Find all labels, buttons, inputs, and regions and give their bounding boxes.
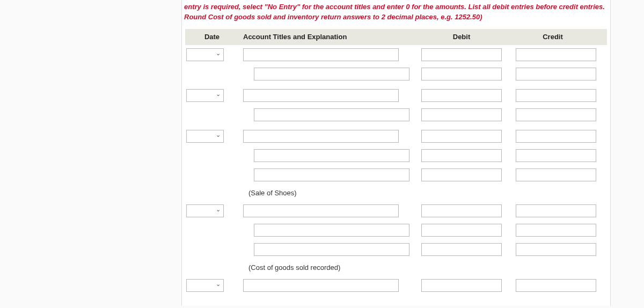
account-input[interactable]: [243, 48, 399, 61]
date-select[interactable]: [186, 48, 224, 61]
credit-input[interactable]: [516, 279, 596, 292]
header-date: Date: [185, 33, 239, 41]
account-input[interactable]: [254, 149, 409, 162]
table-row: [185, 221, 607, 240]
debit-input[interactable]: [421, 89, 502, 102]
debit-input[interactable]: [421, 108, 502, 121]
account-input[interactable]: [254, 224, 409, 237]
entry-note: (Cost of goods sold recorded): [185, 259, 607, 276]
account-input[interactable]: [254, 168, 409, 181]
account-input[interactable]: [243, 130, 399, 143]
account-input[interactable]: [254, 108, 409, 121]
entry-note: (Sale of Shoes): [185, 185, 607, 201]
table-header: Date Account Titles and Explanation Debi…: [185, 29, 607, 45]
table-row: [185, 45, 607, 64]
credit-input[interactable]: [516, 149, 596, 162]
debit-input[interactable]: [421, 168, 502, 181]
table-row: [185, 146, 607, 165]
account-input[interactable]: [243, 204, 399, 217]
credit-input[interactable]: [516, 89, 596, 102]
table-row: [185, 64, 607, 84]
table-row: [185, 201, 607, 221]
credit-input[interactable]: [516, 68, 596, 80]
credit-input[interactable]: [516, 204, 596, 217]
debit-input[interactable]: [421, 68, 502, 80]
credit-input[interactable]: [516, 168, 596, 181]
debit-input[interactable]: [421, 204, 502, 217]
header-credit: Credit: [507, 33, 598, 41]
date-select[interactable]: [186, 130, 224, 143]
debit-input[interactable]: [421, 48, 502, 61]
table-row: [185, 127, 607, 146]
table-row: [185, 105, 607, 124]
date-select[interactable]: [186, 204, 224, 217]
header-debit: Debit: [416, 33, 507, 41]
date-select[interactable]: [186, 279, 224, 292]
table-row: [185, 165, 607, 185]
debit-input[interactable]: [421, 130, 502, 143]
date-select[interactable]: [186, 89, 224, 102]
credit-input[interactable]: [516, 130, 596, 143]
debit-input[interactable]: [421, 279, 502, 292]
credit-input[interactable]: [516, 224, 596, 237]
credit-input[interactable]: [516, 48, 596, 61]
header-account: Account Titles and Explanation: [239, 33, 416, 41]
journal-entry-form: entry is required, select "No Entry" for…: [181, 0, 611, 306]
account-input[interactable]: [254, 68, 409, 80]
debit-input[interactable]: [421, 224, 502, 237]
account-input[interactable]: [243, 279, 399, 292]
credit-input[interactable]: [516, 108, 596, 121]
debit-input[interactable]: [421, 243, 502, 256]
debit-input[interactable]: [421, 149, 502, 162]
table-row: [185, 240, 607, 259]
account-input[interactable]: [254, 243, 409, 256]
credit-input[interactable]: [516, 243, 596, 256]
account-input[interactable]: [243, 89, 399, 102]
table-row: [185, 276, 607, 295]
instruction-text: entry is required, select "No Entry" for…: [182, 2, 610, 29]
table-row: [185, 86, 607, 105]
